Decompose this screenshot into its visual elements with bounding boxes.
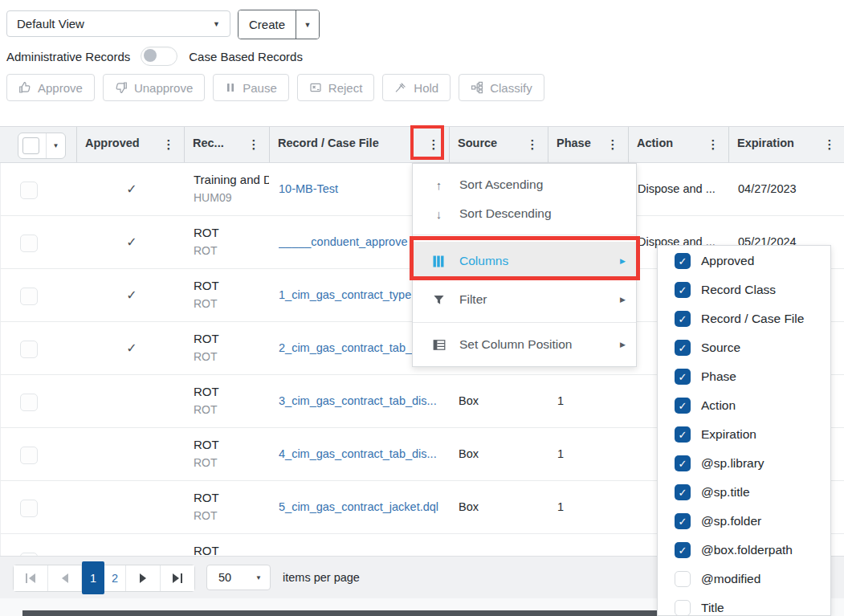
column-visibility-checkbox[interactable]: ✓ bbox=[675, 513, 691, 529]
header-divider bbox=[76, 127, 77, 162]
last-page-button[interactable] bbox=[161, 565, 194, 591]
column-menu-button[interactable]: ⋮ bbox=[604, 135, 622, 154]
submenu-item--sp-library[interactable]: ✓@sp.library bbox=[658, 449, 830, 478]
row-checkbox[interactable] bbox=[20, 447, 38, 464]
column-visibility-checkbox[interactable]: ✓ bbox=[675, 398, 691, 414]
record-class-name: ROT bbox=[194, 383, 269, 401]
column-visibility-checkbox[interactable]: ✓ bbox=[675, 311, 691, 327]
column-menu-button[interactable]: ⋮ bbox=[704, 135, 722, 154]
select-all-checkbox[interactable] bbox=[22, 137, 39, 154]
menu-item-columns[interactable]: Columns▶ bbox=[413, 242, 636, 280]
page-size-select[interactable]: 50 ▼ bbox=[206, 565, 271, 590]
check-icon: ✓ bbox=[78, 235, 186, 250]
pager: 12 bbox=[13, 565, 195, 592]
column-visibility-checkbox[interactable]: ✓ bbox=[675, 369, 691, 385]
view-selector[interactable]: Default View ▼ bbox=[6, 10, 230, 37]
submenu-item-phase[interactable]: ✓Phase bbox=[658, 362, 830, 391]
submenu-item--box-folderpath[interactable]: ✓@box.folderpath bbox=[658, 536, 830, 565]
row-checkbox[interactable] bbox=[20, 500, 38, 517]
check-icon: ✓ bbox=[78, 288, 186, 303]
seek-last-icon bbox=[173, 573, 179, 583]
row-checkbox[interactable] bbox=[20, 288, 38, 305]
first-page-button[interactable] bbox=[14, 565, 48, 591]
submenu-item--sp-folder[interactable]: ✓@sp.folder bbox=[658, 507, 830, 536]
record-class-name: ROT bbox=[194, 436, 269, 454]
menu-separator bbox=[413, 322, 636, 323]
submenu-item-label: Phase bbox=[701, 369, 736, 384]
submenu-item-title[interactable]: Title bbox=[658, 594, 830, 616]
action-button-unapprove[interactable]: Unapprove bbox=[103, 74, 205, 101]
record-class-cell: ROTROT bbox=[194, 330, 269, 365]
chevron-down-icon[interactable]: ▼ bbox=[213, 20, 220, 28]
action-button-classify[interactable]: Classify bbox=[459, 74, 544, 101]
submenu-item-source[interactable]: ✓Source bbox=[658, 333, 830, 362]
record-link[interactable]: 4_cim_gas_contract_tab_dis... bbox=[279, 447, 449, 460]
items-per-page-label: items per page bbox=[283, 571, 360, 584]
view-selector-value: Default View bbox=[17, 17, 84, 31]
column-visibility-checkbox[interactable]: ✓ bbox=[675, 253, 691, 269]
action-button-pause[interactable]: Pause bbox=[213, 74, 289, 101]
submenu-item--modified[interactable]: @modified bbox=[658, 565, 830, 594]
menu-item-sort-descending[interactable]: ↓Sort Descending bbox=[413, 199, 636, 228]
create-dropdown-button[interactable]: ▼ bbox=[296, 10, 319, 39]
menu-item-sort-ascending[interactable]: ↑Sort Ascending bbox=[413, 170, 636, 199]
record-class-cell: ROT bbox=[194, 542, 269, 556]
column-menu-button[interactable]: ⋮ bbox=[245, 135, 263, 154]
action-button-hold[interactable]: Hold bbox=[382, 74, 451, 101]
create-button[interactable]: Create bbox=[239, 10, 296, 39]
record-class-name: ROT bbox=[194, 277, 269, 295]
submenu-item-approved[interactable]: ✓Approved bbox=[658, 247, 830, 275]
chevron-right-icon: ▶ bbox=[620, 296, 626, 304]
row-checkbox[interactable] bbox=[20, 394, 38, 411]
row-checkbox[interactable] bbox=[20, 341, 38, 358]
phase-cell: 1 bbox=[557, 394, 564, 407]
row-checkbox[interactable] bbox=[20, 235, 38, 252]
page-button-1[interactable]: 1 bbox=[82, 561, 104, 594]
select-menu-button[interactable]: ▼ bbox=[47, 133, 65, 158]
column-visibility-checkbox[interactable] bbox=[675, 571, 691, 587]
record-type-toggle[interactable] bbox=[141, 47, 177, 66]
submenu-item-record-case-file[interactable]: ✓Record / Case File bbox=[658, 304, 830, 333]
submenu-item-record-class[interactable]: ✓Record Class bbox=[658, 275, 830, 304]
column-visibility-checkbox[interactable]: ✓ bbox=[675, 282, 691, 298]
column-header-label: Expiration bbox=[737, 137, 794, 149]
action-button-label: Reject bbox=[328, 81, 363, 95]
record-class-code: ROT bbox=[194, 242, 269, 259]
action-button-approve[interactable]: Approve bbox=[6, 74, 95, 101]
record-class-code: ROT bbox=[194, 295, 269, 312]
next-page-button[interactable] bbox=[126, 565, 161, 591]
column-header-3: Record / Case File⋮ bbox=[270, 127, 450, 162]
column-visibility-checkbox[interactable]: ✓ bbox=[675, 426, 691, 443]
record-link[interactable]: 3_cim_gas_contract_tab_dis... bbox=[279, 394, 449, 407]
submenu-item-action[interactable]: ✓Action bbox=[658, 391, 830, 420]
action-button-label: Pause bbox=[243, 81, 277, 95]
action-button-reject[interactable]: Reject bbox=[297, 74, 375, 101]
grid-header: Approved⋮Rec...⋮Record / Case File⋮Sourc… bbox=[0, 126, 844, 163]
column-menu-button[interactable]: ⋮ bbox=[524, 135, 541, 154]
row-checkbox[interactable] bbox=[20, 182, 38, 199]
phase-cell: 1 bbox=[557, 447, 564, 460]
column-visibility-checkbox[interactable] bbox=[675, 600, 691, 616]
previous-page-button[interactable] bbox=[48, 565, 82, 591]
menu-item-set-column-position[interactable]: Set Column Position▶ bbox=[413, 327, 636, 362]
column-header-7: Expiration⋮ bbox=[729, 127, 844, 162]
administrative-records-label: Administrative Records bbox=[6, 50, 130, 63]
column-visibility-checkbox[interactable]: ✓ bbox=[675, 542, 691, 558]
column-visibility-checkbox[interactable]: ✓ bbox=[675, 484, 691, 500]
column-visibility-checkbox[interactable]: ✓ bbox=[675, 340, 691, 356]
submenu-item-label: Record / Case File bbox=[701, 312, 804, 326]
page-button-2[interactable]: 2 bbox=[104, 565, 126, 591]
record-class-name: ROT bbox=[194, 330, 269, 348]
submenu-item--sp-title[interactable]: ✓@sp.title bbox=[658, 478, 830, 507]
column-menu-button[interactable]: ⋮ bbox=[425, 135, 442, 154]
columns-submenu: ✓Approved✓Record Class✓Record / Case Fil… bbox=[657, 245, 831, 616]
column-menu-button[interactable]: ⋮ bbox=[160, 135, 177, 154]
record-actions-toolbar: ApproveUnapprovePauseRejectHoldClassify bbox=[6, 74, 544, 101]
submenu-item-expiration[interactable]: ✓Expiration bbox=[658, 420, 830, 449]
menu-item-filter[interactable]: Filter▶ bbox=[413, 285, 636, 314]
column-menu-button[interactable]: ⋮ bbox=[821, 135, 838, 154]
source-cell: Box bbox=[459, 394, 479, 407]
record-link[interactable]: 5_cim_gas_contract_jacket.dql bbox=[279, 500, 449, 513]
column-visibility-checkbox[interactable]: ✓ bbox=[675, 455, 691, 471]
submenu-item-label: @sp.library bbox=[701, 456, 764, 471]
